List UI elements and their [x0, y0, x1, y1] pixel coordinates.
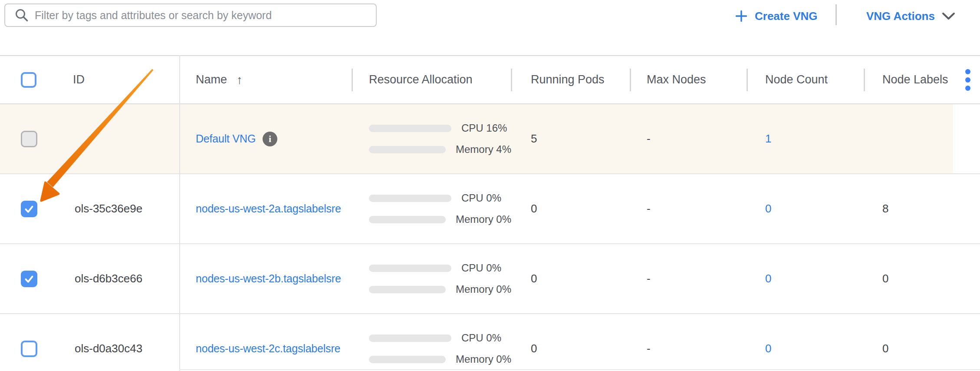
- node-labels-value: 0: [864, 272, 961, 285]
- cpu-bar: [369, 195, 451, 202]
- row-checkbox-unchecked[interactable]: [21, 341, 37, 357]
- row-checkbox-checked[interactable]: [21, 201, 37, 217]
- search-box[interactable]: [4, 3, 377, 27]
- table-row: Default VNG i CPU 16% Memory 4% 5 -: [0, 104, 980, 174]
- info-icon[interactable]: i: [263, 132, 277, 146]
- column-header-resource-allocation[interactable]: Resource Allocation: [352, 56, 511, 103]
- cpu-label: CPU 16%: [461, 122, 507, 134]
- max-nodes-value: -: [630, 272, 747, 285]
- max-nodes-value: -: [630, 342, 747, 355]
- running-pods-value: 0: [511, 342, 630, 355]
- name-column-divider: [179, 55, 180, 371]
- sort-ascending-icon: ↑: [237, 73, 243, 87]
- vng-id: ols-35c36e9e: [73, 202, 179, 215]
- create-vng-label: Create VNG: [755, 10, 818, 23]
- vng-actions-label: VNG Actions: [866, 10, 935, 23]
- node-count-link[interactable]: 0: [765, 342, 771, 355]
- node-count-link[interactable]: 1: [765, 132, 771, 145]
- vng-id: ols-d0a30c43: [73, 342, 179, 355]
- table-row: ols-d6b3ce66 nodes-us-west-2b.tagslabels…: [0, 244, 980, 314]
- columns-menu-icon[interactable]: [961, 69, 970, 91]
- search-icon: [15, 8, 29, 22]
- node-labels-value: 0: [864, 342, 961, 355]
- cpu-bar: [369, 335, 451, 342]
- running-pods-value: 0: [511, 202, 630, 215]
- column-header-node-labels[interactable]: Node Labels: [864, 56, 961, 103]
- memory-bar: [369, 356, 446, 363]
- max-nodes-value: -: [630, 132, 747, 146]
- memory-bar: [369, 286, 446, 293]
- select-all-checkbox[interactable]: [21, 72, 36, 88]
- column-header-name[interactable]: Name ↑: [179, 56, 352, 103]
- column-header-max-nodes[interactable]: Max Nodes: [630, 56, 747, 103]
- table-row: ols-d0a30c43 nodes-us-west-2c.tagslabels…: [0, 314, 980, 371]
- memory-label: Memory 4%: [456, 143, 511, 156]
- cpu-label: CPU 0%: [461, 262, 501, 274]
- cpu-bar: [369, 265, 451, 272]
- checkmark-icon: [22, 202, 36, 216]
- vng-name-link[interactable]: nodes-us-west-2a.tagslabelsre: [196, 202, 341, 215]
- node-count-link[interactable]: 0: [765, 272, 771, 285]
- memory-label: Memory 0%: [456, 213, 511, 225]
- cpu-bar: [369, 125, 451, 132]
- cpu-label: CPU 0%: [461, 332, 501, 344]
- table-bottom-border: [179, 369, 980, 370]
- checkmark-icon: [22, 272, 36, 286]
- running-pods-value: 0: [511, 272, 630, 285]
- chevron-down-icon: [942, 12, 955, 20]
- vng-name-link[interactable]: Default VNG: [196, 132, 256, 145]
- vng-table-screen: Create VNG VNG Actions ID Name ↑ Resourc…: [0, 0, 980, 371]
- plus-icon: [735, 10, 747, 22]
- vng-name-link[interactable]: nodes-us-west-2c.tagslabelsre: [196, 342, 340, 354]
- column-header-id[interactable]: ID: [73, 56, 179, 103]
- table-row: ols-35c36e9e nodes-us-west-2a.tagslabels…: [0, 174, 980, 244]
- row-checkbox-checked[interactable]: [21, 271, 37, 287]
- create-vng-button[interactable]: Create VNG: [735, 5, 818, 27]
- cpu-label: CPU 0%: [461, 192, 501, 204]
- running-pods-value: 5: [511, 132, 630, 146]
- search-input[interactable]: [35, 9, 367, 22]
- column-header-running-pods[interactable]: Running Pods: [511, 56, 630, 103]
- table-body: Default VNG i CPU 16% Memory 4% 5 -: [0, 104, 980, 371]
- column-header-node-count[interactable]: Node Count: [747, 56, 864, 103]
- max-nodes-value: -: [630, 202, 747, 215]
- table-header: ID Name ↑ Resource Allocation Running Po…: [0, 55, 980, 104]
- vng-id: ols-d6b3ce66: [73, 272, 179, 285]
- toolbar-divider: [835, 4, 837, 25]
- node-labels-value: 8: [864, 202, 961, 215]
- memory-label: Memory 0%: [456, 283, 511, 295]
- memory-bar: [369, 146, 446, 153]
- memory-label: Memory 0%: [456, 353, 511, 365]
- node-count-link[interactable]: 0: [765, 202, 771, 215]
- vng-actions-dropdown[interactable]: VNG Actions: [866, 5, 955, 27]
- vng-name-link[interactable]: nodes-us-west-2b.tagslabelsre: [196, 272, 341, 285]
- row-checkbox-disabled: [21, 131, 37, 147]
- memory-bar: [369, 216, 446, 223]
